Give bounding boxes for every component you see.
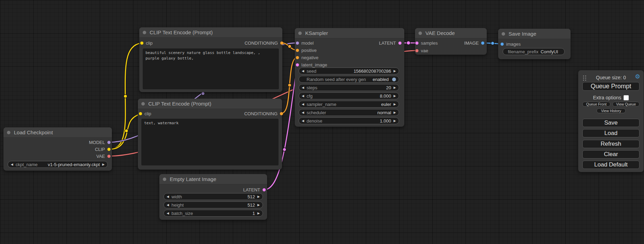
widget-label: seed [307,69,316,74]
link-midpoint-dot [124,94,127,98]
node-load-checkpoint[interactable]: Load Checkpoint MODEL CLIP VAE ◀ ckpt_na… [3,127,112,171]
widget-denoise[interactable]: ◀ denoise 1.000 ▶ [299,117,399,124]
widget-ckpt-name[interactable]: ◀ ckpt_name v1-5-pruned-emaonly.ckpt ▶ [8,161,108,168]
arrow-right-icon[interactable]: ▶ [394,86,396,89]
widget-batch-size[interactable]: ◀ batch_size 1 ▶ [164,210,263,217]
node-title: Load Checkpoint [14,129,53,135]
clear-button[interactable]: Clear [582,150,639,159]
arrow-left-icon[interactable]: ◀ [302,70,304,73]
node-title-bar[interactable]: Load Checkpoint [3,127,112,138]
output-slot-model[interactable] [107,141,111,144]
output-slot-conditioning[interactable] [280,42,283,45]
arrow-left-icon[interactable]: ◀ [302,111,304,114]
prompt-textarea[interactable]: text, watermark [141,119,279,165]
widget-value: enabled [373,77,389,82]
widget-filename-prefix[interactable]: filename_prefix ComfyUI [503,48,565,55]
gear-icon[interactable]: ⚙ [635,73,640,80]
node-collapse-dot[interactable] [418,31,422,35]
widget-height[interactable]: ◀ height 512 ▶ [164,201,263,208]
node-collapse-dot[interactable] [502,32,505,36]
node-title-bar[interactable]: CLIP Text Encode (Prompt) [139,27,282,38]
widget-seed[interactable]: ◀ seed 156680208700286 ▶ [299,67,399,74]
prompt-textarea[interactable]: beautiful scenery nature glass bottle la… [143,48,279,89]
node-save-image[interactable]: Save Image images filename_prefix ComfyU… [498,29,571,59]
output-label-image: IMAGE [464,40,479,46]
arrow-right-icon[interactable]: ▶ [102,163,105,166]
arrow-right-icon[interactable]: ▶ [394,70,396,73]
widget-random-seed-toggle[interactable]: Random seed after every gen enabled [299,76,399,83]
node-empty-latent-image[interactable]: Empty Latent Image LATENT ◀ width 512 ▶ … [159,174,267,220]
arrow-left-icon[interactable]: ◀ [167,195,169,198]
widget-width[interactable]: ◀ width 512 ▶ [164,193,263,200]
node-collapse-dot[interactable] [7,131,10,134]
arrow-left-icon[interactable]: ◀ [302,86,304,89]
input-slot-model[interactable] [296,42,299,45]
queue-panel: Queue size: 0 ⚙ Queue Prompt Extra optio… [578,70,644,172]
widget-cfg[interactable]: ◀ cfg 8.000 ▶ [299,92,399,99]
queue-prompt-button[interactable]: Queue Prompt [582,82,639,91]
widget-steps[interactable]: ◀ steps 20 ▶ [299,84,399,91]
widget-value: 20 [386,85,391,90]
input-slot-vae[interactable] [415,49,418,52]
widget-label: denoise [307,118,323,124]
output-slot-conditioning[interactable] [280,112,283,115]
node-collapse-dot[interactable] [143,31,146,34]
load-button[interactable]: Load [582,129,639,137]
node-collapse-dot[interactable] [298,31,302,35]
input-slot-clip[interactable] [139,112,142,115]
arrow-left-icon[interactable]: ◀ [302,119,304,123]
save-button[interactable]: Save [582,119,639,127]
arrow-right-icon[interactable]: ▶ [394,94,396,98]
widget-value: normal [377,110,391,115]
node-vae-decode[interactable]: VAE Decode samples IMAGE vae [415,28,487,55]
input-slot-samples[interactable] [415,42,418,45]
arrow-left-icon[interactable]: ◀ [302,94,304,98]
toggle-dot-icon[interactable] [392,78,396,81]
node-clip-text-encode-positive[interactable]: CLIP Text Encode (Prompt) clip CONDITION… [139,27,282,92]
input-label-latent-image: latent_image [301,62,327,67]
arrow-right-icon[interactable]: ▶ [394,111,396,114]
widget-scheduler[interactable]: ◀ scheduler normal ▶ [299,109,399,116]
arrow-left-icon[interactable]: ◀ [167,212,169,215]
output-slot-vae[interactable] [107,155,111,158]
output-slot-latent[interactable] [398,42,402,45]
view-queue-button[interactable]: View Queue [612,102,639,107]
widget-value: euler [381,102,391,107]
view-history-button[interactable]: View History [597,108,626,113]
arrow-left-icon[interactable]: ◀ [167,204,169,207]
arrow-right-icon[interactable]: ▶ [257,212,260,215]
node-clip-text-encode-negative[interactable]: CLIP Text Encode (Prompt) clip CONDITION… [138,99,282,170]
input-slot-clip[interactable] [140,42,143,45]
output-slot-clip[interactable] [107,148,111,151]
node-title-bar[interactable]: KSampler [295,28,404,38]
node-ksampler[interactable]: KSampler model LATENT positive negative … [295,28,404,127]
widget-value: 8.000 [380,93,391,99]
node-title-bar[interactable]: CLIP Text Encode (Prompt) [138,99,282,109]
arrow-left-icon[interactable]: ◀ [11,163,13,166]
node-collapse-dot[interactable] [141,102,145,106]
output-slot-latent[interactable] [263,188,266,191]
arrow-right-icon[interactable]: ▶ [257,195,260,198]
node-collapse-dot[interactable] [163,178,166,181]
arrow-right-icon[interactable]: ▶ [257,204,260,207]
input-slot-negative[interactable] [296,56,299,59]
node-title-bar[interactable]: Save Image [498,29,571,39]
arrow-left-icon[interactable]: ◀ [302,103,304,106]
node-title-bar[interactable]: VAE Decode [415,28,487,38]
load-default-button[interactable]: Load Default [582,161,639,169]
node-title-bar[interactable]: Empty Latent Image [159,174,267,184]
output-slot-image[interactable] [481,42,484,45]
extra-options-checkbox[interactable] [624,95,629,100]
input-slot-positive[interactable] [296,49,299,52]
arrow-right-icon[interactable]: ▶ [394,103,396,106]
refresh-button[interactable]: Refresh [582,140,639,148]
input-slot-images[interactable] [501,43,504,46]
arrow-right-icon[interactable]: ▶ [394,119,396,123]
widget-value: 1.000 [380,118,391,124]
widget-sampler-name[interactable]: ◀ sampler_name euler ▶ [299,101,399,108]
widget-label: cfg [307,93,312,99]
input-label-images: images [506,42,521,47]
input-slot-latent-image[interactable] [296,63,299,66]
queue-front-button[interactable]: Queue Front [582,102,610,107]
input-label-clip: clip [146,40,153,46]
